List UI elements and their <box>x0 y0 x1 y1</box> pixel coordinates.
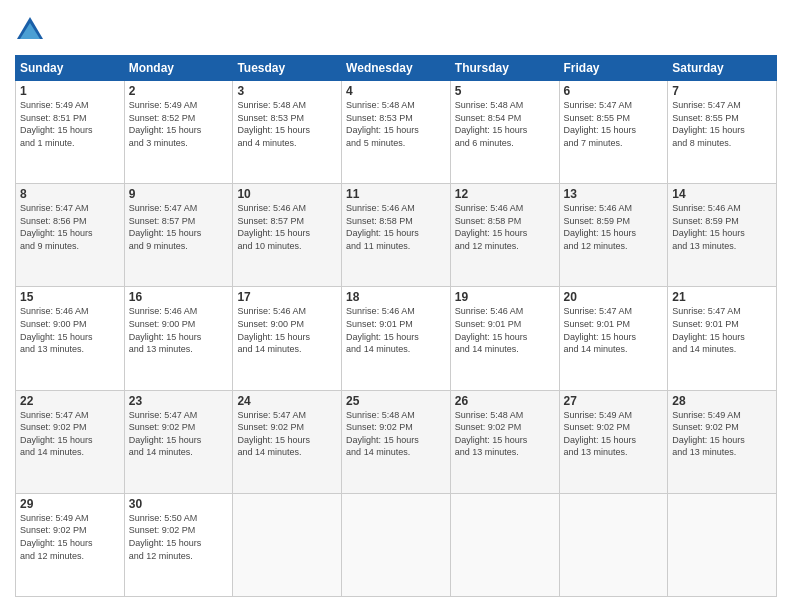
day-info: Sunrise: 5:48 AM Sunset: 8:54 PM Dayligh… <box>455 99 555 149</box>
day-number: 21 <box>672 290 772 304</box>
day-info: Sunrise: 5:46 AM Sunset: 8:57 PM Dayligh… <box>237 202 337 252</box>
weekday-header-monday: Monday <box>124 56 233 81</box>
day-number: 26 <box>455 394 555 408</box>
header <box>15 15 777 45</box>
day-info: Sunrise: 5:46 AM Sunset: 9:01 PM Dayligh… <box>346 305 446 355</box>
weekday-header-tuesday: Tuesday <box>233 56 342 81</box>
day-info: Sunrise: 5:49 AM Sunset: 9:02 PM Dayligh… <box>564 409 664 459</box>
day-number: 27 <box>564 394 664 408</box>
day-info: Sunrise: 5:46 AM Sunset: 9:00 PM Dayligh… <box>237 305 337 355</box>
day-number: 22 <box>20 394 120 408</box>
calendar-week-5: 29Sunrise: 5:49 AM Sunset: 9:02 PM Dayli… <box>16 493 777 596</box>
day-info: Sunrise: 5:46 AM Sunset: 9:01 PM Dayligh… <box>455 305 555 355</box>
day-number: 6 <box>564 84 664 98</box>
table-row: 10Sunrise: 5:46 AM Sunset: 8:57 PM Dayli… <box>233 184 342 287</box>
day-number: 4 <box>346 84 446 98</box>
day-number: 28 <box>672 394 772 408</box>
day-number: 15 <box>20 290 120 304</box>
day-number: 1 <box>20 84 120 98</box>
day-number: 18 <box>346 290 446 304</box>
day-info: Sunrise: 5:47 AM Sunset: 8:55 PM Dayligh… <box>672 99 772 149</box>
day-number: 19 <box>455 290 555 304</box>
day-info: Sunrise: 5:47 AM Sunset: 8:57 PM Dayligh… <box>129 202 229 252</box>
day-info: Sunrise: 5:47 AM Sunset: 8:55 PM Dayligh… <box>564 99 664 149</box>
day-info: Sunrise: 5:47 AM Sunset: 9:02 PM Dayligh… <box>20 409 120 459</box>
table-row: 2Sunrise: 5:49 AM Sunset: 8:52 PM Daylig… <box>124 81 233 184</box>
table-row <box>450 493 559 596</box>
table-row: 17Sunrise: 5:46 AM Sunset: 9:00 PM Dayli… <box>233 287 342 390</box>
table-row: 3Sunrise: 5:48 AM Sunset: 8:53 PM Daylig… <box>233 81 342 184</box>
calendar-week-4: 22Sunrise: 5:47 AM Sunset: 9:02 PM Dayli… <box>16 390 777 493</box>
day-number: 24 <box>237 394 337 408</box>
table-row: 16Sunrise: 5:46 AM Sunset: 9:00 PM Dayli… <box>124 287 233 390</box>
day-info: Sunrise: 5:47 AM Sunset: 9:01 PM Dayligh… <box>564 305 664 355</box>
header-row: SundayMondayTuesdayWednesdayThursdayFrid… <box>16 56 777 81</box>
weekday-header-friday: Friday <box>559 56 668 81</box>
day-info: Sunrise: 5:48 AM Sunset: 8:53 PM Dayligh… <box>346 99 446 149</box>
weekday-header-sunday: Sunday <box>16 56 125 81</box>
day-number: 17 <box>237 290 337 304</box>
table-row: 7Sunrise: 5:47 AM Sunset: 8:55 PM Daylig… <box>668 81 777 184</box>
table-row: 13Sunrise: 5:46 AM Sunset: 8:59 PM Dayli… <box>559 184 668 287</box>
calendar-week-1: 1Sunrise: 5:49 AM Sunset: 8:51 PM Daylig… <box>16 81 777 184</box>
day-info: Sunrise: 5:49 AM Sunset: 9:02 PM Dayligh… <box>20 512 120 562</box>
day-info: Sunrise: 5:46 AM Sunset: 8:58 PM Dayligh… <box>346 202 446 252</box>
day-info: Sunrise: 5:46 AM Sunset: 8:58 PM Dayligh… <box>455 202 555 252</box>
table-row: 21Sunrise: 5:47 AM Sunset: 9:01 PM Dayli… <box>668 287 777 390</box>
logo-icon <box>15 15 45 45</box>
day-info: Sunrise: 5:47 AM Sunset: 9:02 PM Dayligh… <box>237 409 337 459</box>
weekday-header-thursday: Thursday <box>450 56 559 81</box>
table-row: 18Sunrise: 5:46 AM Sunset: 9:01 PM Dayli… <box>342 287 451 390</box>
table-row: 23Sunrise: 5:47 AM Sunset: 9:02 PM Dayli… <box>124 390 233 493</box>
table-row: 25Sunrise: 5:48 AM Sunset: 9:02 PM Dayli… <box>342 390 451 493</box>
table-row: 8Sunrise: 5:47 AM Sunset: 8:56 PM Daylig… <box>16 184 125 287</box>
day-number: 29 <box>20 497 120 511</box>
table-row: 9Sunrise: 5:47 AM Sunset: 8:57 PM Daylig… <box>124 184 233 287</box>
table-row: 30Sunrise: 5:50 AM Sunset: 9:02 PM Dayli… <box>124 493 233 596</box>
day-number: 7 <box>672 84 772 98</box>
day-info: Sunrise: 5:48 AM Sunset: 8:53 PM Dayligh… <box>237 99 337 149</box>
day-number: 23 <box>129 394 229 408</box>
table-row: 14Sunrise: 5:46 AM Sunset: 8:59 PM Dayli… <box>668 184 777 287</box>
table-row: 19Sunrise: 5:46 AM Sunset: 9:01 PM Dayli… <box>450 287 559 390</box>
table-row: 15Sunrise: 5:46 AM Sunset: 9:00 PM Dayli… <box>16 287 125 390</box>
day-info: Sunrise: 5:46 AM Sunset: 9:00 PM Dayligh… <box>129 305 229 355</box>
day-number: 12 <box>455 187 555 201</box>
table-row: 20Sunrise: 5:47 AM Sunset: 9:01 PM Dayli… <box>559 287 668 390</box>
weekday-header-saturday: Saturday <box>668 56 777 81</box>
day-number: 10 <box>237 187 337 201</box>
table-row: 1Sunrise: 5:49 AM Sunset: 8:51 PM Daylig… <box>16 81 125 184</box>
day-info: Sunrise: 5:46 AM Sunset: 8:59 PM Dayligh… <box>564 202 664 252</box>
day-info: Sunrise: 5:50 AM Sunset: 9:02 PM Dayligh… <box>129 512 229 562</box>
day-info: Sunrise: 5:48 AM Sunset: 9:02 PM Dayligh… <box>455 409 555 459</box>
table-row: 24Sunrise: 5:47 AM Sunset: 9:02 PM Dayli… <box>233 390 342 493</box>
table-row: 22Sunrise: 5:47 AM Sunset: 9:02 PM Dayli… <box>16 390 125 493</box>
day-number: 3 <box>237 84 337 98</box>
day-number: 16 <box>129 290 229 304</box>
table-row: 5Sunrise: 5:48 AM Sunset: 8:54 PM Daylig… <box>450 81 559 184</box>
table-row: 29Sunrise: 5:49 AM Sunset: 9:02 PM Dayli… <box>16 493 125 596</box>
table-row <box>342 493 451 596</box>
day-number: 2 <box>129 84 229 98</box>
table-row: 27Sunrise: 5:49 AM Sunset: 9:02 PM Dayli… <box>559 390 668 493</box>
day-info: Sunrise: 5:46 AM Sunset: 8:59 PM Dayligh… <box>672 202 772 252</box>
table-row: 11Sunrise: 5:46 AM Sunset: 8:58 PM Dayli… <box>342 184 451 287</box>
day-info: Sunrise: 5:47 AM Sunset: 8:56 PM Dayligh… <box>20 202 120 252</box>
calendar-week-3: 15Sunrise: 5:46 AM Sunset: 9:00 PM Dayli… <box>16 287 777 390</box>
table-row: 6Sunrise: 5:47 AM Sunset: 8:55 PM Daylig… <box>559 81 668 184</box>
calendar-week-2: 8Sunrise: 5:47 AM Sunset: 8:56 PM Daylig… <box>16 184 777 287</box>
day-number: 11 <box>346 187 446 201</box>
calendar-table: SundayMondayTuesdayWednesdayThursdayFrid… <box>15 55 777 597</box>
day-info: Sunrise: 5:47 AM Sunset: 9:01 PM Dayligh… <box>672 305 772 355</box>
day-number: 20 <box>564 290 664 304</box>
table-row <box>233 493 342 596</box>
day-info: Sunrise: 5:49 AM Sunset: 8:52 PM Dayligh… <box>129 99 229 149</box>
day-number: 9 <box>129 187 229 201</box>
weekday-header-wednesday: Wednesday <box>342 56 451 81</box>
day-info: Sunrise: 5:49 AM Sunset: 9:02 PM Dayligh… <box>672 409 772 459</box>
day-info: Sunrise: 5:49 AM Sunset: 8:51 PM Dayligh… <box>20 99 120 149</box>
table-row: 4Sunrise: 5:48 AM Sunset: 8:53 PM Daylig… <box>342 81 451 184</box>
logo <box>15 15 51 45</box>
table-row <box>559 493 668 596</box>
day-info: Sunrise: 5:46 AM Sunset: 9:00 PM Dayligh… <box>20 305 120 355</box>
